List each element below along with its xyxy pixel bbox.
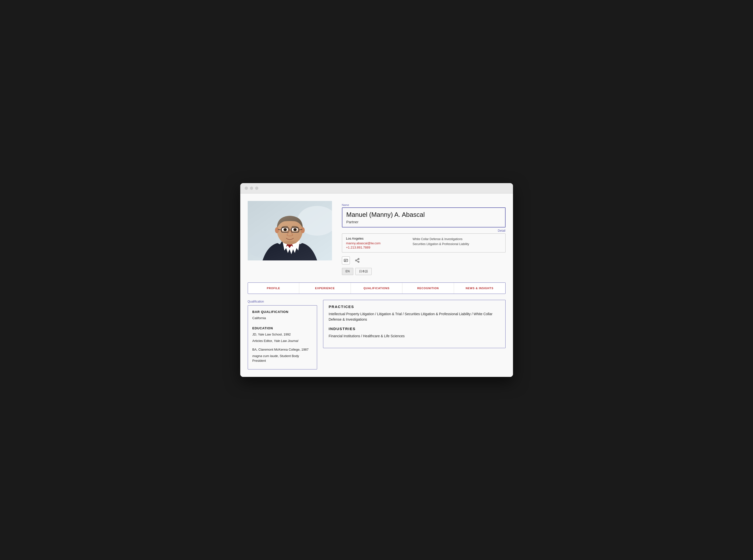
contact-practice-2: Securities Litigation & Professional Lia… [412, 242, 501, 246]
svg-point-23 [358, 258, 359, 259]
contact-email[interactable]: manny.abascal@lw.com [346, 241, 405, 245]
contact-practice-1: White Collar Defense & Investigations [412, 237, 501, 242]
svg-line-27 [356, 259, 358, 260]
qualification-label: Qualification [248, 300, 317, 303]
practices-industries-box: PRACTICES Intellectual Property Litigati… [323, 300, 505, 348]
tab-experience[interactable]: EXPERIENCE [299, 283, 351, 294]
bar-text: California [252, 316, 312, 321]
svg-point-6 [301, 227, 305, 233]
industries-text: Financial Institutions / Healthcare & Li… [329, 333, 500, 339]
share-icon [355, 258, 360, 263]
detail-link[interactable]: Detail [498, 229, 505, 233]
svg-point-24 [355, 260, 356, 261]
tab-recognition[interactable]: RECOGNITION [402, 283, 454, 294]
tab-news-insights[interactable]: NEWS & INSIGHTS [454, 283, 505, 294]
tab-qualifications[interactable]: QUALIFICATIONS [351, 283, 402, 294]
qualification-box: BAR QUALIFICATION California EDUCATION J… [248, 305, 317, 369]
top-section: Name Manuel (Manny) A. Abascal Partner D… [248, 201, 505, 275]
section-divider-1 [252, 322, 312, 326]
edu-line2: Articles Editor, Yale Law Journal [252, 339, 312, 343]
lang-jp-btn[interactable]: 日本語 [355, 268, 372, 275]
practices-text: Intellectual Property Litigation / Litig… [329, 311, 500, 322]
vcard-icon-btn[interactable] [342, 257, 350, 264]
profile-info: Name Manuel (Manny) A. Abascal Partner D… [342, 201, 505, 275]
edu-line2-prefix: Articles Editor, [252, 339, 274, 343]
left-panel: Qualification BAR QUALIFICATION Californ… [248, 300, 317, 369]
nav-tabs-container: PROFILE EXPERIENCE QUALIFICATIONS RECOGN… [248, 282, 505, 294]
browser-content: Name Manuel (Manny) A. Abascal Partner D… [240, 194, 513, 377]
contact-left: Los Angeles manny.abascal@lw.com +1.213.… [346, 237, 405, 249]
name-field-label: Name [342, 203, 505, 206]
contact-box: Los Angeles manny.abascal@lw.com +1.213.… [342, 234, 505, 253]
svg-point-20 [345, 260, 345, 260]
edu-line1: JD, Yale Law School, 1992 [252, 332, 312, 337]
person-name: Manuel (Manny) A. Abascal [346, 211, 501, 219]
svg-point-11 [284, 229, 286, 231]
contact-location: Los Angeles [346, 237, 405, 240]
edu-line3: BA, Claremont McKenna College, 1987 [252, 347, 312, 352]
browser-dot-yellow [250, 186, 253, 190]
right-panel: PRACTICES Intellectual Property Litigati… [323, 300, 505, 369]
industries-heading: INDUSTRIES [329, 326, 500, 331]
lang-en-btn[interactable]: EN [342, 268, 353, 275]
browser-titlebar [240, 183, 513, 194]
section-divider-2 [252, 345, 312, 347]
nav-tabs: PROFILE EXPERIENCE QUALIFICATIONS RECOGN… [248, 283, 505, 294]
language-buttons: EN 日本語 [342, 268, 505, 275]
svg-point-5 [275, 227, 279, 233]
tab-profile[interactable]: PROFILE [248, 283, 300, 294]
contact-phone[interactable]: +1.213.891.7889 [346, 245, 405, 249]
svg-point-12 [294, 229, 296, 231]
svg-line-26 [356, 261, 358, 261]
practices-heading: PRACTICES [329, 304, 500, 309]
bottom-section: Qualification BAR QUALIFICATION Californ… [248, 300, 505, 369]
edu-line4: magna cum laude, Student Body President [252, 354, 312, 363]
share-icon-btn[interactable] [353, 257, 361, 264]
edu-line4-italic: magna cum laude [252, 354, 278, 358]
person-title: Partner [346, 220, 501, 224]
svg-point-18 [283, 241, 297, 244]
bar-heading: BAR QUALIFICATION [252, 310, 312, 314]
action-icons [342, 257, 505, 264]
profile-photo [248, 201, 332, 260]
name-box: Manuel (Manny) A. Abascal Partner Detail [342, 207, 505, 227]
vcard-icon [344, 258, 348, 263]
edu-heading: EDUCATION [252, 326, 312, 330]
browser-dot-green [255, 186, 258, 190]
edu-line2-italic: Yale Law Journal [274, 339, 298, 343]
profile-photo-svg [248, 201, 332, 260]
browser-window: Name Manuel (Manny) A. Abascal Partner D… [240, 183, 513, 377]
svg-point-25 [358, 261, 359, 262]
contact-right: White Collar Defense & Investigations Se… [412, 237, 501, 249]
browser-dot-red [245, 186, 248, 190]
